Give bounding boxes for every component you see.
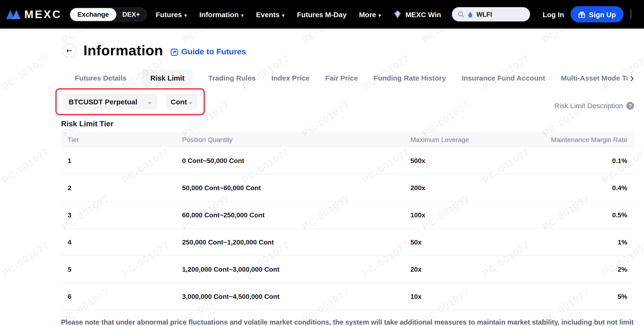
cell-margin: 1% xyxy=(618,238,627,246)
nav-item-label: Events xyxy=(256,10,279,18)
chevron-down-icon xyxy=(241,10,244,18)
cell-tier: 1 xyxy=(68,157,182,164)
chevron-down-icon xyxy=(148,98,152,106)
cell-margin: 5% xyxy=(618,293,627,300)
annotation-highlight-box: BTCUSDT Perpetual Cont xyxy=(55,88,205,115)
page-title: Information xyxy=(84,42,163,58)
cell-leverage: 500x xyxy=(410,157,612,164)
nav-item-futures-m-day[interactable]: Futures M-Day xyxy=(297,10,346,18)
mexc-logo-icon xyxy=(6,9,21,20)
table-row: 6 3,000,000 Cont~4,500,000 Cont 10x 5% xyxy=(61,283,634,310)
signup-label: Sign Up xyxy=(589,10,616,18)
search-hot-term: WLFI xyxy=(476,11,492,18)
signup-button[interactable]: Sign Up xyxy=(571,6,624,22)
contract-select-value: BTCUSDT Perpetual xyxy=(69,98,137,106)
footer-note: Please note that under abnormal price fl… xyxy=(61,318,634,326)
droplet-icon xyxy=(468,11,473,18)
cell-margin: 2% xyxy=(618,266,627,273)
nav-item-more[interactable]: More xyxy=(359,10,381,18)
cell-quantity: 1,200,000 Cont~3,000,000 Cont xyxy=(182,266,410,273)
mexc-win-icon xyxy=(394,10,402,18)
cell-tier: 4 xyxy=(68,238,182,246)
guide-to-futures-link[interactable]: Guide to Futures xyxy=(170,47,246,57)
chevron-down-icon xyxy=(189,98,192,106)
page: MEXC Exchange DEX+ Futures Information E… xyxy=(0,0,644,326)
tabs: Futures Details Risk Limit Trading Rules… xyxy=(75,70,628,86)
table-row: 4 250,000 Cont~1,200,000 Cont 50x 1% xyxy=(61,229,634,256)
tabs-row: Futures Details Risk Limit Trading Rules… xyxy=(61,70,634,86)
nav-links: Futures Information Events Futures M-Day… xyxy=(156,10,381,18)
tab-trading-rules[interactable]: Trading Rules xyxy=(208,70,256,86)
search-icon xyxy=(458,11,464,18)
tab-index-price[interactable]: Index Price xyxy=(272,70,310,86)
chevron-down-icon xyxy=(184,10,187,18)
section-title: Risk Limit Tier xyxy=(61,120,634,128)
cell-quantity: 60,000 Cont~250,000 Cont xyxy=(182,211,410,219)
filter-row: BTCUSDT Perpetual Cont Risk Limit Descri… xyxy=(61,88,634,116)
nav-item-futures[interactable]: Futures xyxy=(156,10,187,18)
help-icon xyxy=(626,102,634,110)
unit-select-value: Cont xyxy=(171,98,187,106)
tab-insurance-fund-account[interactable]: Insurance Fund Account xyxy=(462,70,545,86)
cell-margin: 0.4% xyxy=(612,184,627,192)
top-nav: MEXC Exchange DEX+ Futures Information E… xyxy=(0,0,644,28)
tab-funding-rate-history[interactable]: Funding Rate History xyxy=(374,70,446,86)
col-header-maintenance-margin-rate: Maintenance Margin Rate xyxy=(551,136,627,144)
risk-limit-table: Tier Position Quantity Maximum Leverage … xyxy=(61,132,634,310)
page-header: Information Guide to Futures xyxy=(62,40,634,61)
tab-multi-asset-mode-trading[interactable]: Multi-Asset Mode Trading xyxy=(561,70,628,86)
tabs-scroll-right-icon[interactable] xyxy=(630,73,634,83)
guide-icon xyxy=(170,48,178,56)
cell-quantity: 3,000,000 Cont~4,500,000 Cont xyxy=(182,293,410,300)
contract-select[interactable]: BTCUSDT Perpetual xyxy=(63,94,157,110)
search-input[interactable]: WLFI xyxy=(452,7,530,22)
risk-limit-description-label: Risk Limit Description xyxy=(554,102,623,110)
tab-futures-details[interactable]: Futures Details xyxy=(75,70,126,86)
nav-item-label: Information xyxy=(199,10,238,18)
back-button[interactable] xyxy=(62,44,76,58)
guide-link-label: Guide to Futures xyxy=(181,47,246,57)
mexc-logo-text: MEXC xyxy=(24,8,62,21)
cell-leverage: 10x xyxy=(410,293,618,300)
unit-select[interactable]: Cont xyxy=(166,94,197,110)
table-row: 5 1,200,000 Cont~3,000,000 Cont 20x 2% xyxy=(61,256,634,283)
gift-icon xyxy=(578,11,586,18)
toggle-exchange[interactable]: Exchange xyxy=(70,8,116,21)
nav-item-label: Futures M-Day xyxy=(297,10,346,18)
table-row: 1 0 Cont~50,000 Cont 500x 0.1% xyxy=(61,147,634,174)
cell-leverage: 20x xyxy=(410,266,618,273)
cell-tier: 6 xyxy=(68,293,182,300)
nav-item-mexc-win[interactable]: MEXC Win xyxy=(394,10,441,18)
table-header-row: Tier Position Quantity Maximum Leverage … xyxy=(61,132,634,147)
cell-leverage: 50x xyxy=(410,238,618,246)
tab-fair-price[interactable]: Fair Price xyxy=(325,70,358,86)
cell-leverage: 200x xyxy=(410,184,612,192)
risk-limit-description-link[interactable]: Risk Limit Description xyxy=(554,102,634,110)
cell-margin: 0.5% xyxy=(612,211,627,219)
mexc-win-label: MEXC Win xyxy=(406,10,441,18)
nav-divider xyxy=(631,10,631,19)
col-header-position-quantity: Position Quantity xyxy=(182,136,410,144)
cell-quantity: 0 Cont~50,000 Cont xyxy=(182,157,410,164)
cell-tier: 5 xyxy=(68,266,182,273)
col-header-tier: Tier xyxy=(68,136,182,144)
login-link[interactable]: Log In xyxy=(543,10,564,18)
chevron-down-icon xyxy=(378,10,381,18)
col-header-maximum-leverage: Maximum Leverage xyxy=(410,136,551,144)
nav-item-events[interactable]: Events xyxy=(256,10,284,18)
chevron-down-icon xyxy=(282,10,284,18)
mexc-logo[interactable]: MEXC xyxy=(6,8,62,21)
table-row: 2 50,000 Cont~60,000 Cont 200x 0.4% xyxy=(61,174,634,202)
nav-item-label: More xyxy=(359,10,376,18)
cell-leverage: 100x xyxy=(410,211,612,219)
cell-quantity: 250,000 Cont~1,200,000 Cont xyxy=(182,238,410,246)
table-row: 3 60,000 Cont~250,000 Cont 100x 0.5% xyxy=(61,202,634,229)
nav-item-information[interactable]: Information xyxy=(199,10,244,18)
cell-tier: 2 xyxy=(68,184,182,192)
cell-quantity: 50,000 Cont~60,000 Cont xyxy=(182,184,410,192)
main-content: Information Guide to Futures Futures Det… xyxy=(0,40,644,326)
toggle-dex[interactable]: DEX+ xyxy=(116,10,146,18)
market-toggle: Exchange DEX+ xyxy=(69,7,147,22)
cell-tier: 3 xyxy=(68,211,182,219)
tab-risk-limit[interactable]: Risk Limit xyxy=(142,70,192,86)
